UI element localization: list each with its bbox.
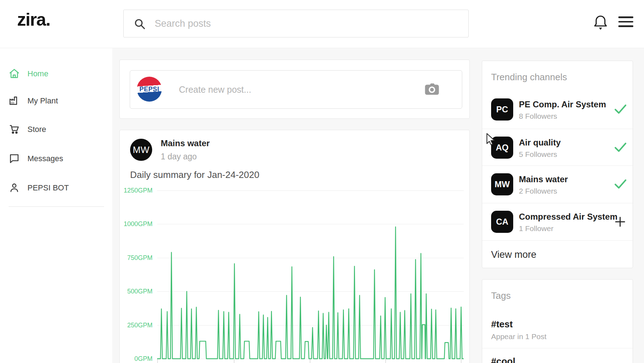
cart-icon <box>9 123 20 135</box>
tag-item-cool[interactable]: #cool <box>491 356 515 363</box>
sidebar-divider <box>9 206 104 207</box>
channel-avatar: MW <box>491 173 513 195</box>
chart-line-svg <box>157 190 464 359</box>
create-post-box: PEPSI <box>130 70 462 109</box>
search-box <box>123 10 469 37</box>
pepsi-avatar: PEPSI <box>137 77 162 102</box>
chart-y-tick-label: 1250GPM <box>120 187 153 194</box>
menu-icon[interactable] <box>618 16 633 28</box>
chart-x-tick <box>157 359 158 363</box>
view-more-link[interactable]: View more <box>491 249 536 260</box>
chart-x-tick <box>385 359 386 363</box>
chart-x-tick <box>234 359 235 363</box>
channel-name: Mains water <box>519 174 568 184</box>
channel-avatar: PC <box>491 98 513 121</box>
sidebar-item-my-plant[interactable]: My Plant <box>0 95 112 111</box>
post-avatar-initials: MW <box>133 144 149 155</box>
post-card: MW Mains water 1 day ago Daily summary f… <box>119 130 470 363</box>
chart-y-tick-label: 250GPM <box>120 322 153 329</box>
home-icon <box>9 68 20 79</box>
chart-y-tick-label: 0GPM <box>120 355 153 363</box>
sidebar-item-pepsi-bot[interactable]: PEPSI BOT <box>0 182 112 198</box>
post-title: Daily summary for Jan-24-2020 <box>130 169 259 180</box>
message-icon <box>9 153 20 164</box>
sidebar-item-label: Messages <box>27 154 63 163</box>
channel-row-air-quality[interactable]: AQ Air quality 5 Followers <box>482 137 633 174</box>
sidebar: Home My Plant Store <box>0 48 112 363</box>
following-check-icon[interactable] <box>614 103 627 116</box>
user-icon <box>9 182 20 193</box>
tag-item-test[interactable]: #test <box>491 319 513 330</box>
factory-icon <box>9 95 20 106</box>
tag-meta: Appear in 1 Post <box>491 332 546 341</box>
notification-bell-icon[interactable] <box>593 14 608 33</box>
post-author-avatar[interactable]: MW <box>130 139 152 161</box>
sidebar-item-label: PEPSI BOT <box>27 183 69 193</box>
create-post-input[interactable] <box>178 71 422 108</box>
channel-name: PE Comp. Air System <box>519 99 606 109</box>
channel-followers: 1 Follower <box>519 224 553 233</box>
trending-channels-panel: Trending channels PC PE Comp. Air System… <box>482 61 633 268</box>
create-post-card: PEPSI <box>119 60 470 119</box>
row-separator <box>482 129 633 129</box>
channel-name: Air quality <box>519 138 561 148</box>
chart-y-tick-label: 750GPM <box>120 254 153 262</box>
row-separator <box>482 165 633 166</box>
channel-followers: 8 Followers <box>519 112 557 121</box>
channel-avatar: AQ <box>491 137 513 159</box>
channel-row-mains-water[interactable]: MW Mains water 2 Followers <box>482 173 633 210</box>
sidebar-item-messages[interactable]: Messages <box>0 153 112 168</box>
sidebar-item-label: Home <box>27 69 48 78</box>
post-timestamp: 1 day ago <box>161 152 197 162</box>
post-author-name[interactable]: Mains water <box>161 138 210 148</box>
trending-title: Trending channels <box>491 72 567 83</box>
following-check-icon[interactable] <box>614 178 627 191</box>
sidebar-item-label: Store <box>27 125 46 134</box>
sidebar-item-label: My Plant <box>27 96 58 106</box>
sidebar-item-store[interactable]: Store <box>0 123 112 139</box>
chart-y-tick-label: 500GPM <box>120 288 153 295</box>
tags-title: Tags <box>491 290 511 301</box>
row-separator <box>482 203 633 203</box>
row-separator <box>482 240 633 241</box>
channel-followers: 2 Followers <box>519 187 557 195</box>
channel-name: Compressed Air System <box>519 212 618 222</box>
channel-row-pe-comp-air-system[interactable]: PC PE Comp. Air System 8 Followers <box>482 98 633 136</box>
channel-row-compressed-air-system[interactable]: CA Compressed Air System 1 Follower <box>482 211 633 248</box>
app-logo[interactable]: zira. <box>17 9 50 30</box>
chart-x-tick <box>461 359 462 363</box>
chart-y-tick-label: 1000GPM <box>120 220 153 228</box>
following-check-icon[interactable] <box>614 142 627 154</box>
channel-avatar: CA <box>491 211 513 233</box>
row-separator <box>482 348 633 348</box>
sidebar-item-home[interactable]: Home <box>0 68 112 83</box>
tags-panel: Tags #test Appear in 1 Post #cool <box>482 279 633 363</box>
channel-followers: 5 Followers <box>519 150 557 159</box>
app-root: zira. <box>0 0 644 363</box>
search-icon <box>134 18 146 30</box>
search-input[interactable] <box>154 10 458 37</box>
camera-icon[interactable] <box>424 82 439 96</box>
chart-x-tick <box>310 359 310 363</box>
pepsi-avatar-label: PEPSI <box>139 86 159 93</box>
top-bar: zira. <box>0 0 644 48</box>
follow-plus-icon[interactable] <box>614 216 627 229</box>
